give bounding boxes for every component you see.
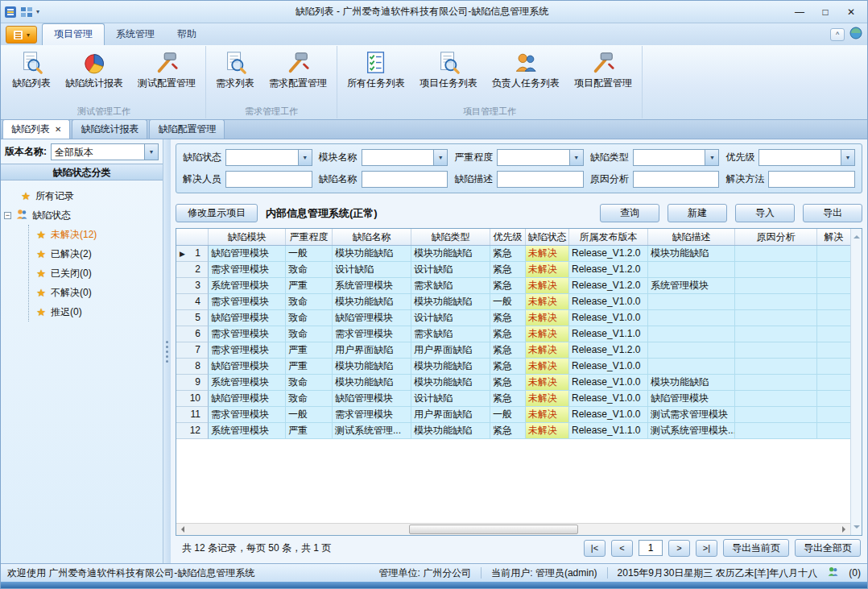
grid-cell[interactable]: 未解决 xyxy=(526,262,569,278)
grid-cell[interactable]: 模块功能缺陷 xyxy=(411,294,490,310)
row-header[interactable]: 7 xyxy=(176,342,209,359)
grid-cell[interactable]: 未解决 xyxy=(526,375,569,391)
filter-cause-analysis-input[interactable] xyxy=(633,171,720,188)
grid-cell[interactable]: 紧急 xyxy=(490,278,526,294)
next-page-button[interactable]: > xyxy=(668,540,690,557)
close-tab-icon[interactable]: ✕ xyxy=(55,125,61,134)
grid-cell[interactable]: 未解决 xyxy=(526,391,569,407)
ribbon-button-defect-report[interactable]: 缺陷统计报表 xyxy=(58,48,130,92)
sidebar-splitter[interactable] xyxy=(163,139,171,563)
import-button[interactable]: 导入 xyxy=(735,204,795,222)
column-header[interactable]: 缺陷描述 xyxy=(648,229,735,245)
grid-cell[interactable]: Release_V1.2.0 xyxy=(569,278,648,294)
ribbon-button-requirement-config[interactable]: 需求配置管理 xyxy=(262,48,334,92)
tree-item-not-resolved[interactable]: 不解决(0) xyxy=(35,283,159,302)
grid-cell[interactable]: 需求管理模块 xyxy=(209,342,286,359)
table-row[interactable]: 9系统管理模块致命模块功能缺陷模块功能缺陷紧急未解决Release_V1.0.0… xyxy=(176,375,850,391)
grid-cell[interactable]: 严重 xyxy=(286,423,333,439)
grid-cell[interactable]: 用户界面缺陷 xyxy=(411,407,490,423)
row-header[interactable]: 5 xyxy=(176,310,209,326)
grid-cell[interactable] xyxy=(735,246,817,262)
ribbon-tab-project-management[interactable]: 项目管理 xyxy=(42,23,105,45)
vertical-scrollbar[interactable] xyxy=(850,229,862,535)
table-row[interactable]: 10缺陷管理模块致命缺陷管理模块设计缺陷紧急未解决Release_V1.0.0缺… xyxy=(176,391,850,407)
collapse-ribbon-icon[interactable]: ^ xyxy=(830,28,845,41)
grid-cell[interactable]: 模块功能缺陷 xyxy=(411,375,490,391)
grid-cell[interactable]: Release_V1.0.0 xyxy=(569,391,648,407)
grid-cell[interactable]: 模块功能缺陷 xyxy=(333,359,411,375)
grid-cell[interactable]: 一般 xyxy=(286,407,333,423)
grid-cell[interactable]: 模块功能缺陷 xyxy=(648,375,735,391)
grid-cell[interactable]: 需求管理模块 xyxy=(333,407,411,423)
column-header[interactable]: 严重程度 xyxy=(286,229,333,245)
grid-cell[interactable]: Release_V1.0.0 xyxy=(569,407,648,423)
column-header[interactable]: 缺陷类型 xyxy=(411,229,490,245)
grid-cell[interactable]: 未解决 xyxy=(526,407,569,423)
tree-item-closed[interactable]: 已关闭(0) xyxy=(35,263,159,283)
grid-cell[interactable] xyxy=(817,246,850,262)
tree-item-unresolved[interactable]: 未解决(12) xyxy=(35,225,159,244)
grid-cell[interactable]: 需求管理模块 xyxy=(209,407,286,423)
grid-cell[interactable]: 紧急 xyxy=(490,391,526,407)
grid-cell[interactable]: 未解决 xyxy=(526,278,569,294)
grid-cell[interactable] xyxy=(735,342,817,359)
grid-cell[interactable] xyxy=(817,262,850,278)
grid-cell[interactable]: Release_V1.1.0 xyxy=(569,326,648,342)
grid-cell[interactable]: 致命 xyxy=(286,375,333,391)
grid-cell[interactable] xyxy=(817,326,850,342)
grid-cell[interactable]: 系统管理模块 xyxy=(209,423,286,439)
grid-cell[interactable] xyxy=(648,294,735,310)
grid-cell[interactable]: 未解决 xyxy=(526,342,569,359)
table-row[interactable]: 12系统管理模块严重测试系统管理...模块功能缺陷紧急未解决Release_V1… xyxy=(176,423,850,439)
grid-cell[interactable] xyxy=(648,326,735,342)
table-row[interactable]: 7需求管理模块严重用户界面缺陷用户界面缺陷紧急未解决Release_V1.2.0 xyxy=(176,342,850,359)
grid-cell[interactable]: 测试需求管理模块 xyxy=(648,407,735,423)
ribbon-tab-help[interactable]: 帮助 xyxy=(166,24,208,45)
grid-cell[interactable]: 紧急 xyxy=(490,326,526,342)
filter-defect-status-combo[interactable] xyxy=(225,149,312,166)
scroll-right-icon[interactable] xyxy=(838,524,850,535)
grid-cell[interactable]: 严重 xyxy=(286,278,333,294)
grid-cell[interactable]: 一般 xyxy=(286,246,333,262)
ribbon-button-test-config[interactable]: 测试配置管理 xyxy=(130,48,203,92)
grid-cell[interactable] xyxy=(648,310,735,326)
quick-access-dropdown-icon[interactable]: ▾ xyxy=(36,8,39,15)
table-row[interactable]: 3系统管理模块严重系统管理模块需求缺陷紧急未解决Release_V1.2.0系统… xyxy=(176,278,850,294)
grid-cell[interactable]: 需求管理模块 xyxy=(333,326,411,342)
column-header[interactable]: 缺陷模块 xyxy=(209,229,286,245)
grid-cell[interactable] xyxy=(735,262,817,278)
page-number-input[interactable] xyxy=(639,540,663,556)
grid-cell[interactable]: Release_V1.2.0 xyxy=(569,262,648,278)
filter-resolver-input[interactable] xyxy=(225,171,312,188)
grid-cell[interactable] xyxy=(735,294,817,310)
grid-cell[interactable]: 模块功能缺陷 xyxy=(648,246,735,262)
grid-cell[interactable]: 需求管理模块 xyxy=(209,326,286,342)
grid-cell[interactable] xyxy=(648,262,735,278)
grid-cell[interactable] xyxy=(648,342,735,359)
grid-cell[interactable]: 系统管理模块 xyxy=(209,375,286,391)
grid-cell[interactable]: 系统管理模块 xyxy=(333,278,411,294)
doc-tab-defect-report[interactable]: 缺陷统计报表 xyxy=(72,119,147,139)
tree-item-defect-status[interactable]: 缺陷状态 xyxy=(4,205,159,225)
column-header[interactable]: 缺陷名称 xyxy=(333,229,411,245)
about-icon[interactable] xyxy=(849,27,862,42)
column-header[interactable]: 解决 xyxy=(817,229,850,245)
grid-cell[interactable] xyxy=(648,359,735,375)
column-header[interactable]: 原因分析 xyxy=(735,229,817,245)
ribbon-button-defect-list[interactable]: 缺陷列表 xyxy=(5,48,58,92)
grid-cell[interactable] xyxy=(817,391,850,407)
scrollbar-thumb[interactable] xyxy=(409,525,578,534)
export-button[interactable]: 导出 xyxy=(803,204,862,222)
chevron-down-icon[interactable] xyxy=(841,150,854,165)
row-header[interactable]: 8 xyxy=(176,359,209,375)
collapse-node-icon[interactable] xyxy=(4,212,11,219)
grid-cell[interactable]: 用户界面缺陷 xyxy=(411,342,490,359)
grid-cell[interactable]: 致命 xyxy=(286,391,333,407)
grid-cell[interactable]: 系统管理模块 xyxy=(648,278,735,294)
grid-cell[interactable]: 系统管理模块 xyxy=(209,278,286,294)
export-all-pages-button[interactable]: 导出全部页 xyxy=(795,539,861,557)
grid-cell[interactable]: 设计缺陷 xyxy=(411,391,490,407)
grid-cell[interactable]: 缺陷管理模块 xyxy=(209,310,286,326)
filter-module-name-combo[interactable] xyxy=(362,149,448,166)
scroll-up-icon[interactable] xyxy=(854,232,860,239)
